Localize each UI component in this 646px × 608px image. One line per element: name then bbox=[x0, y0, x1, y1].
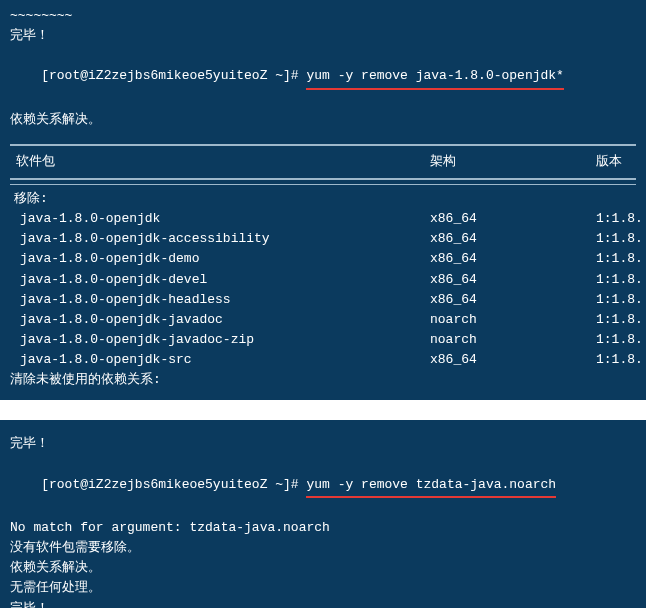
cell-arch: x86_64 bbox=[430, 350, 596, 370]
header-version: 版本 bbox=[596, 152, 636, 172]
deps-line: 依赖关系解决。 bbox=[10, 110, 636, 130]
cell-package: java-1.8.0-openjdk-headless bbox=[10, 290, 430, 310]
shell-prompt-2: [root@iZ2zejbs6mikeoe5yuiteoZ ~]# bbox=[41, 477, 306, 492]
cell-arch: x86_64 bbox=[430, 229, 596, 249]
typed-command-2: yum -y remove tzdata-java.noarch bbox=[306, 475, 556, 498]
prompt-line-1: [root@iZ2zejbs6mikeoe5yuiteoZ ~]# yum -y… bbox=[10, 46, 636, 109]
nothing-line: 无需任何处理。 bbox=[10, 578, 636, 598]
done-line: 完毕！ bbox=[10, 26, 636, 46]
table-rule bbox=[10, 184, 636, 185]
cell-version: 1:1.8. bbox=[596, 290, 643, 310]
shell-prompt: [root@iZ2zejbs6mikeoe5yuiteoZ ~]# bbox=[41, 68, 306, 83]
cell-package: java-1.8.0-openjdk-devel bbox=[10, 270, 430, 290]
package-rows: java-1.8.0-openjdkx86_641:1.8.java-1.8.0… bbox=[10, 209, 636, 370]
cell-package: java-1.8.0-openjdk-accessibility bbox=[10, 229, 430, 249]
table-row: java-1.8.0-openjdkx86_641:1.8. bbox=[10, 209, 636, 229]
cell-version: 1:1.8. bbox=[596, 270, 643, 290]
header-arch: 架构 bbox=[430, 152, 596, 172]
cell-version: 1:1.8. bbox=[596, 350, 643, 370]
cell-arch: noarch bbox=[430, 310, 596, 330]
header-package: 软件包 bbox=[10, 152, 430, 172]
table-header-row: 软件包 架构 版本 bbox=[10, 144, 636, 180]
table-row: java-1.8.0-openjdk-javadoc-zipnoarch1:1.… bbox=[10, 330, 636, 350]
table-row: java-1.8.0-openjdk-develx86_641:1.8. bbox=[10, 270, 636, 290]
no-pkg-line: 没有软件包需要移除。 bbox=[10, 538, 636, 558]
cleanup-line: 清除未被使用的依赖关系: bbox=[10, 370, 636, 390]
cell-arch: x86_64 bbox=[430, 290, 596, 310]
cell-package: java-1.8.0-openjdk-javadoc bbox=[10, 310, 430, 330]
cell-arch: x86_64 bbox=[430, 270, 596, 290]
cell-version: 1:1.8. bbox=[596, 209, 643, 229]
cell-package: java-1.8.0-openjdk-demo bbox=[10, 249, 430, 269]
cell-version: 1:1.8. bbox=[596, 249, 643, 269]
terminal-output-2: 完毕！ [root@iZ2zejbs6mikeoe5yuiteoZ ~]# yu… bbox=[0, 420, 646, 608]
garbled-line: ~~~~~~~~ bbox=[10, 6, 636, 26]
cell-version: 1:1.8. bbox=[596, 310, 643, 330]
cell-arch: x86_64 bbox=[430, 209, 596, 229]
cell-package: java-1.8.0-openjdk bbox=[10, 209, 430, 229]
table-row: java-1.8.0-openjdk-javadocnoarch1:1.8. bbox=[10, 310, 636, 330]
remove-section-label: 移除: bbox=[10, 189, 636, 209]
cell-version: 1:1.8. bbox=[596, 330, 643, 350]
terminal-output-1: ~~~~~~~~ 完毕！ [root@iZ2zejbs6mikeoe5yuite… bbox=[0, 0, 646, 400]
cell-version: 1:1.8. bbox=[596, 229, 643, 249]
cell-arch: x86_64 bbox=[430, 249, 596, 269]
typed-command: yum -y remove java-1.8.0-openjdk* bbox=[306, 66, 563, 89]
table-row: java-1.8.0-openjdk-demox86_641:1.8. bbox=[10, 249, 636, 269]
table-row: java-1.8.0-openjdk-accessibilityx86_641:… bbox=[10, 229, 636, 249]
cell-arch: noarch bbox=[430, 330, 596, 350]
done2-line: 完毕！ bbox=[10, 599, 636, 608]
cell-package: java-1.8.0-openjdk-javadoc-zip bbox=[10, 330, 430, 350]
deps-line-2: 依赖关系解决。 bbox=[10, 558, 636, 578]
table-row: java-1.8.0-openjdk-headlessx86_641:1.8. bbox=[10, 290, 636, 310]
table-row: java-1.8.0-openjdk-srcx86_641:1.8. bbox=[10, 350, 636, 370]
prompt-line-2: [root@iZ2zejbs6mikeoe5yuiteoZ ~]# yum -y… bbox=[10, 455, 636, 518]
cell-package: java-1.8.0-openjdk-src bbox=[10, 350, 430, 370]
done-line-2: 完毕！ bbox=[10, 434, 636, 454]
no-match-line: No match for argument: tzdata-java.noarc… bbox=[10, 518, 636, 538]
